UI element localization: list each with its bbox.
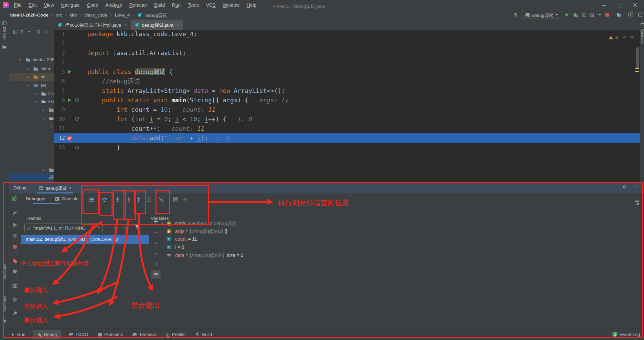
tree-row-out[interactable]: ▸out xyxy=(9,73,54,81)
run-anything-icon[interactable] xyxy=(628,12,634,18)
duplicate-watch-button[interactable] xyxy=(153,261,159,267)
chevron-down-icon[interactable] xyxy=(598,13,601,17)
build-hammer-icon[interactable] xyxy=(514,12,519,18)
tree-row-.i[interactable]: ▸.i xyxy=(9,106,54,114)
pin-tab-button[interactable] xyxy=(12,311,18,316)
editor-tab[interactable]: C桂b610抽签去净园行动.java× xyxy=(54,20,131,30)
tree-row-L[interactable]: ▸L xyxy=(9,166,54,174)
tree-row-src.i[interactable]: src.i xyxy=(9,174,54,181)
run-button[interactable] xyxy=(564,12,570,18)
tree-row-src[interactable]: ▾src xyxy=(9,82,54,89)
chevron-down-icon[interactable]: ▾ xyxy=(35,98,37,105)
settings-wrench-icon[interactable] xyxy=(12,210,18,215)
star-icon[interactable] xyxy=(2,319,7,323)
tree-row-node[interactable]: ▸ xyxy=(9,131,54,138)
profiler-button[interactable] xyxy=(581,12,587,18)
run-gutter-icon[interactable] xyxy=(67,98,72,103)
project-view-icon[interactable] xyxy=(13,29,18,34)
tab-debugger[interactable]: Debugger xyxy=(26,196,46,201)
statusbar-item-problems[interactable]: Problems xyxy=(96,330,125,339)
event-log[interactable]: 1 Event Log xyxy=(612,329,640,340)
maximize-icon[interactable] xyxy=(617,2,622,8)
menu-edit[interactable]: Edit xyxy=(29,2,37,8)
run-config-select[interactable]: debug调试 xyxy=(522,11,561,19)
menu-file[interactable]: File xyxy=(14,2,22,8)
run-to-cursor-button[interactable] xyxy=(158,197,164,203)
stop-button[interactable] xyxy=(12,244,18,250)
statusbar-item-todo[interactable]: TODO xyxy=(67,330,90,339)
search-icon[interactable] xyxy=(637,12,642,18)
variable-row[interactable]: pargs = {String[0]@803} [] xyxy=(159,227,497,235)
filter-icon[interactable] xyxy=(135,225,140,230)
sidebar-tab-favorites[interactable]: Favorites xyxy=(2,296,7,312)
menu-view[interactable]: View xyxy=(44,2,54,8)
debug-session-tab[interactable]: debug调试 × xyxy=(37,182,73,193)
fold-marker[interactable] xyxy=(74,145,79,150)
chevron-right-icon[interactable]: ▸ xyxy=(43,166,44,174)
chevron-right-icon[interactable]: ▸ xyxy=(27,65,29,73)
thread-dump-camera-button[interactable] xyxy=(12,283,18,288)
fold-marker[interactable] xyxy=(74,98,79,103)
close-icon[interactable]: × xyxy=(69,186,71,190)
menu-analyze[interactable]: Analyze xyxy=(105,2,122,8)
tab-console[interactable]: Console xyxy=(62,196,79,201)
breadcrumb-item[interactable]: debug调试 xyxy=(145,11,167,18)
tree-row-Jisho[interactable]: ▸Jisho xyxy=(9,90,54,98)
hide-panel-icon[interactable] xyxy=(634,184,639,189)
close-icon[interactable] xyxy=(633,2,638,8)
statusbar-item-run[interactable]: Run xyxy=(9,330,27,339)
scrollbar[interactable] xyxy=(636,47,639,69)
variable-row[interactable]: 01count = 11 xyxy=(159,235,497,243)
menu-help[interactable]: Help xyxy=(247,2,257,8)
sidebar-tab-project[interactable]: Project xyxy=(2,27,7,40)
menu-tools[interactable]: Tools xyxy=(188,2,199,8)
next-frame-icon[interactable] xyxy=(124,225,128,230)
prev-frame-icon[interactable] xyxy=(114,225,118,230)
debugger-settings-gear-button[interactable] xyxy=(12,297,18,303)
chevron-right-icon[interactable]: ▸ xyxy=(162,219,163,228)
resume-button[interactable] xyxy=(12,222,18,228)
evaluate-expression-button[interactable] xyxy=(173,197,179,203)
editor-tab[interactable]: Cdebug调试.java× xyxy=(131,20,183,30)
sidebar-tab-database[interactable]: Database xyxy=(640,28,644,44)
stop-button[interactable] xyxy=(604,12,610,18)
variable-row[interactable]: ▸sstatic members of debug调试 xyxy=(159,219,497,228)
move-up-button[interactable] xyxy=(153,240,159,246)
chevron-down-icon[interactable]: ▾ xyxy=(19,56,21,63)
show-execution-point-button[interactable] xyxy=(89,197,95,203)
step-out-button[interactable] xyxy=(136,197,142,203)
chevron-down-icon[interactable]: ▾ xyxy=(50,123,52,130)
breadcrumb-item[interactable]: Leve_4 xyxy=(115,12,130,18)
menu-navigate[interactable]: Navigate xyxy=(61,2,80,8)
project-view-label[interactable]: P.. xyxy=(20,29,25,34)
add-watch-button[interactable] xyxy=(153,219,159,224)
warning-stripe-mark[interactable] xyxy=(635,68,639,69)
menu-vcs[interactable]: VCS xyxy=(206,2,216,8)
breadcrumb-item[interactable]: src xyxy=(56,12,62,18)
menu-run[interactable]: Run xyxy=(172,2,181,8)
statusbar-item-debug[interactable]: Debug xyxy=(33,330,61,339)
breadcrumb-item[interactable]: ideaIU-2020-Code xyxy=(10,12,48,18)
variable-row[interactable]: 01i = 0 xyxy=(159,243,497,251)
tree-row-.idea[interactable]: ▸.idea xyxy=(9,65,54,73)
tree-row-kkb[interactable]: ▾kkb xyxy=(9,98,54,105)
coverage-run-button[interactable] xyxy=(590,12,595,18)
project-structure-icon[interactable] xyxy=(616,12,622,18)
drop-frame-button[interactable] xyxy=(146,197,152,203)
stack-frame-row[interactable]: main:12, debug调试 (kkb.class_code.Leve_4) xyxy=(21,235,149,244)
step-over-button[interactable] xyxy=(101,197,108,203)
chevron-right-icon[interactable]: ▸ xyxy=(27,73,29,81)
close-icon[interactable]: × xyxy=(125,22,127,27)
tree-row-ideaIU-202[interactable]: ▾ideaIU-202 xyxy=(9,56,54,63)
layout-settings-icon[interactable] xyxy=(634,200,640,205)
chevron-down-icon[interactable]: ▾ xyxy=(27,82,29,89)
inspection-widget[interactable]: 3 xyxy=(609,35,634,40)
breadcrumb-item[interactable]: kkb xyxy=(70,12,77,18)
step-into-button[interactable] xyxy=(115,197,121,203)
view-breakpoints-button[interactable] xyxy=(12,258,18,264)
close-icon[interactable]: × xyxy=(177,22,179,27)
thread-selector[interactable]: "main"@1 i...n": RUNNING xyxy=(24,224,103,232)
run-gutter-icon[interactable] xyxy=(67,69,72,74)
move-down-button[interactable] xyxy=(153,251,159,257)
breadcrumb-item[interactable]: class_code xyxy=(85,12,108,18)
